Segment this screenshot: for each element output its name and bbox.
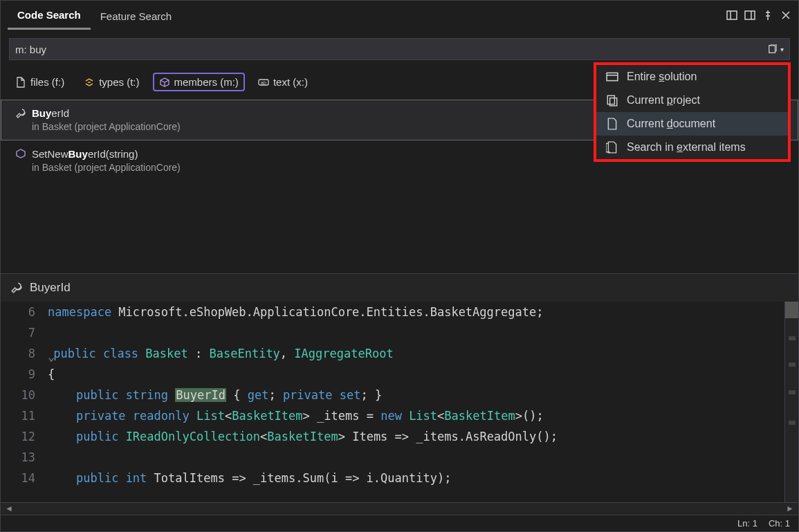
filter-text-label: text (x:) bbox=[273, 76, 308, 88]
tab-feature-search[interactable]: Feature Search bbox=[91, 3, 181, 29]
status-col: Ch: 1 bbox=[769, 518, 790, 529]
wrench-icon bbox=[15, 108, 26, 119]
pin-icon[interactable] bbox=[762, 10, 773, 23]
scope-current-project[interactable]: Current project bbox=[596, 89, 788, 112]
filter-types-label: types (t:) bbox=[99, 76, 139, 88]
status-bar: Ln: 1 Ch: 1 bbox=[1, 515, 798, 531]
method-icon bbox=[15, 148, 26, 159]
svg-rect-0 bbox=[727, 11, 737, 19]
dock-right-icon[interactable] bbox=[744, 10, 755, 23]
line-gutter: 67891011121314 bbox=[1, 302, 48, 502]
scope-entire-solution[interactable]: Entire solution bbox=[596, 65, 788, 89]
svg-text:ab: ab bbox=[261, 80, 266, 85]
svg-rect-4 bbox=[769, 46, 775, 53]
svg-rect-7 bbox=[607, 73, 618, 80]
close-icon[interactable] bbox=[780, 10, 791, 23]
scope-current-document[interactable]: Current document bbox=[596, 112, 788, 136]
filter-files[interactable]: files (f:) bbox=[9, 73, 71, 91]
filter-types[interactable]: types (t:) bbox=[77, 73, 145, 91]
svg-rect-9 bbox=[607, 95, 614, 104]
status-line: Ln: 1 bbox=[737, 518, 757, 529]
title-bar: Code Search Feature Search bbox=[1, 1, 798, 31]
preview-header: BuyerId bbox=[1, 273, 798, 302]
filter-members-label: members (m:) bbox=[174, 76, 239, 88]
search-input[interactable] bbox=[15, 44, 768, 55]
filter-members[interactable]: members (m:) bbox=[153, 73, 245, 91]
preview-title: BuyerId bbox=[30, 281, 71, 295]
filter-files-label: files (f:) bbox=[30, 76, 64, 88]
svg-rect-2 bbox=[745, 11, 755, 19]
tab-code-search[interactable]: Code Search bbox=[8, 2, 91, 30]
code-area[interactable]: namespace Microsoft.eShopWeb.Application… bbox=[48, 302, 798, 502]
code-preview: 67891011121314 namespace Microsoft.eShop… bbox=[1, 302, 798, 502]
window-controls bbox=[726, 10, 791, 23]
result-location: in Basket (project ApplicationCore) bbox=[32, 161, 784, 175]
horizontal-scrollbar[interactable]: ◄ ► bbox=[1, 502, 798, 515]
search-bar: ▾ bbox=[9, 38, 790, 60]
scope-menu: Entire solution Current project Current … bbox=[594, 62, 791, 162]
scope-external-items[interactable]: Search in external items bbox=[596, 136, 788, 159]
wrench-icon bbox=[10, 282, 23, 294]
dock-left-icon[interactable] bbox=[726, 10, 737, 23]
vertical-scrollbar[interactable] bbox=[784, 302, 798, 502]
scope-dropdown-icon[interactable]: ▾ bbox=[768, 44, 784, 54]
filter-text[interactable]: ab text (x:) bbox=[252, 73, 314, 91]
